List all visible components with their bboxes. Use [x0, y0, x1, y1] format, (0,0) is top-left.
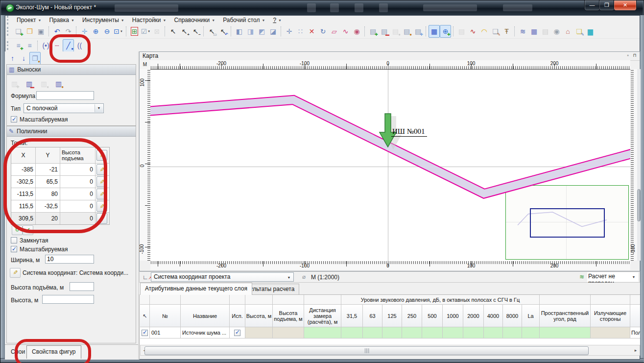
sphere-noise-icon[interactable]: ◉ [551, 25, 562, 38]
restore-panel-icon[interactable]: ▫ [625, 53, 631, 59]
caption-view-icon[interactable]: ▤● [390, 25, 401, 38]
point-x-cell[interactable]: -302,5 [11, 176, 36, 188]
cursor-return-icon[interactable]: ↖↶ [217, 25, 229, 38]
point-y-cell[interactable]: -21 [36, 164, 60, 175]
row-checkbox[interactable] [142, 330, 148, 336]
point-y-cell[interactable]: -32,5 [36, 200, 60, 212]
point-row[interactable]: 309,5 20 0 ✎ [11, 212, 109, 224]
point-edit-button[interactable]: ✎ [96, 201, 107, 212]
callout-scalable-checkbox[interactable] [11, 116, 17, 122]
data-cell[interactable] [443, 327, 463, 339]
circle-cut-icon[interactable]: ◉ [351, 25, 362, 38]
point-y-cell[interactable]: 65,5 [36, 176, 60, 188]
formula-input[interactable] [36, 91, 94, 100]
shape-union-icon[interactable]: ◧ [234, 25, 245, 38]
delete-shape-icon[interactable]: ✕ [306, 25, 317, 38]
data-cell[interactable] [503, 327, 522, 339]
column-header[interactable]: Дистанция замера (расчёта), м [304, 305, 341, 327]
zoom-out-icon[interactable]: ⊖ [101, 25, 113, 38]
width-input[interactable] [45, 255, 94, 264]
polyline-source-icon[interactable]: ╱● [63, 39, 74, 52]
caption-remove-icon[interactable]: ▤▬ [379, 25, 390, 38]
point-y-cell[interactable]: 20 [36, 213, 60, 224]
callout-color-icon[interactable]: ▥● [53, 77, 64, 90]
column-header[interactable]: 8000 [503, 305, 522, 327]
column-header[interactable]: Пространственный угол, рад [540, 305, 591, 327]
point-edit-button[interactable]: ✎ [96, 213, 107, 224]
data-cell[interactable] [140, 327, 150, 339]
data-cell[interactable] [540, 327, 591, 339]
point-row[interactable]: -385 -21 0 ✎ [11, 163, 109, 175]
point-height-cell[interactable]: 0 [60, 188, 95, 200]
data-cell[interactable] [463, 327, 484, 339]
zoom-extent-icon[interactable]: ⊡▼ [113, 25, 124, 38]
callouts-header[interactable]: ▥ Выноски [7, 65, 136, 75]
point-y-cell[interactable]: 80 [36, 188, 60, 200]
new-project-icon[interactable]: ❏✚ [13, 25, 24, 38]
grid-data-row[interactable]: 001Источник шума ...Пол [140, 327, 640, 339]
point-height-cell[interactable]: 0 [60, 200, 95, 212]
tab-figure-properties[interactable]: Свойства фигур [26, 345, 81, 359]
column-header[interactable]: Высота, м [245, 305, 273, 327]
column-header[interactable]: 2000 [463, 305, 484, 327]
coord-system-combo[interactable]: Система координат проекта ▼ [151, 272, 294, 282]
title-bar[interactable]: Эколог-Шум - Новый проект * — ❐ ✕ [1, 0, 643, 15]
point-x-cell[interactable]: -113,5 [11, 188, 36, 200]
toolbar-grip[interactable] [7, 41, 10, 50]
point-height-cell[interactable]: 0 [60, 176, 95, 188]
column-header[interactable]: 250 [402, 305, 422, 327]
scroll-right-icon[interactable]: ▸ [632, 345, 640, 355]
cursor-add-icon[interactable]: ↖+ [179, 25, 190, 38]
polyline-scalable-checkbox[interactable] [11, 246, 17, 252]
data-cell[interactable] [273, 327, 304, 339]
area-source-icon[interactable]: ┄ [51, 39, 63, 52]
coord-system-button[interactable]: ✎ [10, 268, 21, 278]
point-x-cell[interactable]: 115,5 [11, 200, 36, 212]
scrollbar-thumb[interactable] [144, 346, 589, 355]
dock-bottom-icon[interactable]: ↓ [18, 52, 29, 65]
point-x-cell[interactable]: -385 [11, 164, 36, 175]
dock-top-icon[interactable]: ↑ [7, 52, 18, 65]
data-cell[interactable] [363, 327, 382, 339]
column-header[interactable]: Название [181, 305, 230, 327]
menu-references[interactable]: Справочники▼ [170, 16, 219, 24]
point-up-button[interactable]: ↻ [12, 225, 23, 235]
column-header-x[interactable]: X [11, 147, 36, 163]
undo-icon[interactable]: ↶ [51, 25, 63, 38]
column-header[interactable]: Исп. [230, 305, 245, 327]
scales-icon[interactable]: Ŧ [501, 25, 512, 38]
point-row[interactable]: -113,5 80 0 ✎ [11, 188, 109, 200]
data-cell[interactable]: Пол [630, 327, 640, 339]
pin-icon[interactable]: ⊓ [632, 53, 638, 59]
wall-icon[interactable]: ▤ [540, 25, 551, 38]
point-height-cell[interactable]: 0 [60, 213, 95, 224]
edit-nodes-icon[interactable]: ∷ [295, 25, 306, 38]
menu-tools[interactable]: Инструменты▼ [78, 16, 128, 24]
point-x-cell[interactable]: 309,5 [11, 213, 36, 224]
polygon-tool-icon[interactable]: ▱ [329, 25, 340, 38]
column-header[interactable]: Излучающие стороны [591, 305, 630, 327]
dock-float-icon[interactable]: ❐● [29, 52, 41, 65]
shape-intersect-icon[interactable]: ◨ [245, 25, 256, 38]
callout-remove-icon[interactable]: ▥▬ [24, 77, 35, 90]
point-height-cell[interactable]: 0 [60, 164, 95, 175]
redo-icon[interactable]: ↷ [63, 25, 74, 38]
tab-attribute-data[interactable]: Атрибутивные данные текущего слоя [140, 283, 252, 295]
column-header[interactable]: 1000 [443, 305, 463, 327]
cursor-remove-icon[interactable]: ↖− [190, 25, 201, 38]
open-project-icon[interactable]: ❒ [24, 25, 35, 38]
menu-edit[interactable]: Правка▼ [45, 16, 78, 24]
caption-move-icon[interactable]: ▤✛ [412, 25, 424, 38]
grid-horizontal-scrollbar[interactable]: ◂ ▸ [140, 345, 640, 356]
move-shape-icon[interactable]: ✛ [284, 25, 295, 38]
minimize-button[interactable]: — [584, 0, 600, 11]
caption-add-icon[interactable]: ▤✚ [367, 25, 379, 38]
point-row[interactable]: -302,5 65,5 0 ✎ [11, 175, 109, 188]
callout-view-icon[interactable]: ▥● [38, 77, 49, 90]
column-header[interactable]: 500 [422, 305, 443, 327]
zoom-in-icon[interactable]: ⊕ [90, 25, 101, 38]
note-edit-icon[interactable]: ❏✎ [573, 25, 585, 38]
map-panel-header[interactable]: Карта ▫ ⊓ [140, 52, 640, 61]
cursor-rect-icon[interactable]: ↖▭ [206, 25, 217, 38]
chevron-down-icon[interactable]: ▼ [285, 273, 293, 281]
